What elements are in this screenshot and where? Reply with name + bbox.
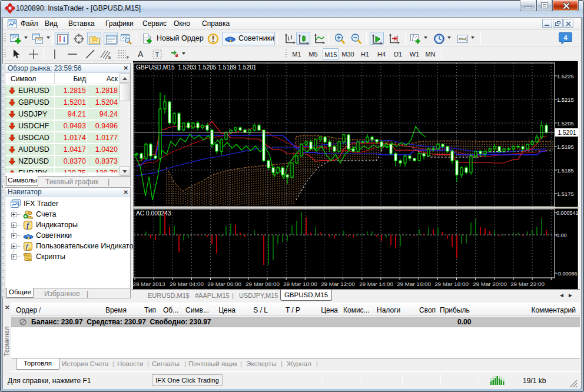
svg-text:1.5215: 1.5215 — [557, 97, 574, 103]
svg-text:A: A — [138, 49, 144, 59]
svg-text:1.5195: 1.5195 — [557, 144, 574, 150]
svg-text:1.5225: 1.5225 — [557, 73, 574, 79]
svg-text:0.000541: 0.000541 — [556, 210, 579, 216]
svg-text:F: F — [127, 55, 129, 59]
svg-text:29 Mar 2013: 29 Mar 2013 — [133, 281, 165, 287]
svg-text:29 Mar 10:00: 29 Mar 10:00 — [283, 281, 317, 287]
svg-text:29 Mar 16:00: 29 Mar 16:00 — [397, 281, 431, 287]
svg-text:29 Mar 22:00: 29 Mar 22:00 — [510, 281, 545, 287]
svg-text:T: T — [155, 51, 160, 58]
svg-text:4: 4 — [563, 34, 568, 41]
svg-text:GBPUSD,M15 1.5203 1.5205 1.51: GBPUSD,M15 1.5203 1.5205 1.5189 1.5201 — [136, 64, 257, 71]
svg-text:29 Mar 06:00: 29 Mar 06:00 — [207, 281, 241, 287]
svg-text:AC 0.000243: AC 0.000243 — [136, 210, 171, 217]
svg-text:29 Mar 20:00: 29 Mar 20:00 — [473, 281, 507, 287]
svg-text:E: E — [108, 55, 111, 59]
svg-text:29 Mar 08:00: 29 Mar 08:00 — [245, 281, 280, 287]
svg-text:1.5185: 1.5185 — [557, 167, 574, 174]
svg-text:1.5201: 1.5201 — [558, 129, 576, 136]
svg-text:1.5175: 1.5175 — [557, 191, 574, 197]
svg-text:0.00: 0.00 — [556, 232, 567, 238]
svg-text:29 Mar 12:00: 29 Mar 12:00 — [321, 281, 355, 287]
svg-text:-0.00086: -0.00086 — [556, 271, 578, 277]
svg-text:29 Mar 14:00: 29 Mar 14:00 — [359, 281, 393, 287]
svg-text:29 Mar 18:00: 29 Mar 18:00 — [434, 281, 469, 287]
svg-text:29 Mar 04:00: 29 Mar 04:00 — [170, 281, 204, 287]
svg-text:1.5205: 1.5205 — [557, 120, 574, 127]
